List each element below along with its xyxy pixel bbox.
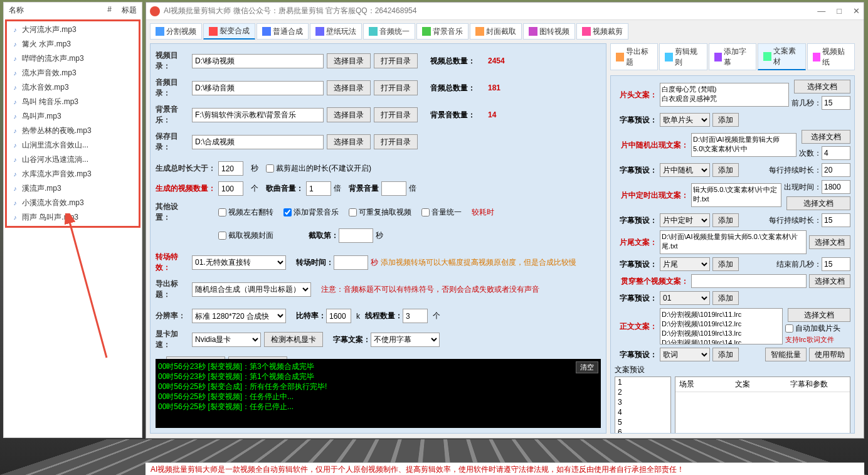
file-item[interactable]: ♪溪流声.mp3: [8, 181, 137, 196]
cropcover-check[interactable]: 截取视频封面: [218, 230, 273, 241]
dedup-check[interactable]: 可重复抽取视频: [349, 207, 411, 218]
song-vol-input[interactable]: [306, 181, 331, 196]
tab-crack-merge[interactable]: 裂变合成: [203, 23, 255, 40]
subpre6-select[interactable]: 歌词: [660, 348, 710, 361]
audio-dir-open[interactable]: 打开目录: [374, 80, 418, 95]
bgm-dir-select[interactable]: 选择目录: [327, 107, 371, 122]
rtab-edit-rules[interactable]: 剪辑规则: [659, 43, 707, 70]
volunify-check[interactable]: 音量统一: [421, 207, 462, 218]
perdur1-input[interactable]: [822, 163, 850, 177]
audio-dir-input[interactable]: [192, 81, 324, 95]
head-selectdoc-button[interactable]: 选择文档: [794, 80, 850, 93]
bitrate-input[interactable]: [326, 309, 351, 323]
clear-log-button[interactable]: 清空: [576, 361, 598, 373]
gpu-select[interactable]: Nvidia显卡: [192, 333, 261, 347]
autoload-check[interactable]: 自动加载片头: [785, 323, 840, 334]
perdur2-input[interactable]: [822, 213, 850, 227]
rtab-export-title[interactable]: 导出标题: [610, 43, 658, 70]
subpre5-select[interactable]: 01: [660, 291, 710, 305]
file-item[interactable]: ♪水库流水声音效.mp3: [8, 167, 137, 181]
file-item[interactable]: ♪小溪流水音效.mp3: [8, 196, 137, 210]
col-title[interactable]: 标题: [122, 5, 137, 16]
maximize-button[interactable]: □: [837, 6, 842, 16]
subpre3-select[interactable]: 片中定时: [660, 213, 710, 227]
tab-normal-merge[interactable]: 普通合成: [257, 23, 309, 40]
tail-selectdoc[interactable]: 选择文档: [809, 235, 850, 249]
gpu-check-button[interactable]: 检测本机显卡: [264, 332, 323, 347]
midrand-selectdoc[interactable]: 选择文档: [802, 130, 850, 144]
midfix-selectdoc[interactable]: 选择文档: [786, 196, 850, 210]
add2-button[interactable]: 添加: [712, 163, 739, 177]
minimize-button[interactable]: —: [817, 6, 825, 16]
tail-input[interactable]: D:\封面\AI视频批量剪辑大师5.0.\文案素材\片尾.txt: [660, 230, 807, 254]
video-dir-input[interactable]: [192, 54, 324, 68]
help-button[interactable]: 使用帮助: [809, 348, 850, 361]
tab-split[interactable]: 分割视频: [150, 23, 202, 40]
tab-wallpaper[interactable]: 壁纸玩法: [310, 23, 362, 40]
file-item[interactable]: ♪山涧里流水音效山...: [8, 138, 137, 152]
whole-input[interactable]: [691, 274, 807, 288]
gen-count-input[interactable]: [218, 181, 243, 196]
file-item[interactable]: ♪鸟叫 纯音乐.mp3: [8, 95, 137, 109]
bg-vol-input[interactable]: [381, 181, 406, 196]
add5-button[interactable]: 添加: [712, 291, 739, 305]
rtab-add-sub[interactable]: 添加字幕: [709, 43, 756, 70]
midrand-count[interactable]: [822, 146, 850, 160]
save-dir-input[interactable]: [192, 135, 324, 149]
body-input[interactable]: D:\分割视频\1019lrc\11.lrc D:\分割视频\1019lrc\1…: [660, 308, 783, 344]
endpre-input[interactable]: [822, 257, 850, 271]
tab-cover[interactable]: 封面截取: [470, 23, 522, 40]
addbgm-check[interactable]: 添加背景音乐: [283, 207, 339, 218]
midrand-input[interactable]: D:\封面\AI视频批量剪辑大师5.0\文案素材\片中: [691, 133, 797, 157]
appear-input[interactable]: [822, 180, 850, 194]
midfix-input[interactable]: 辑大师5.0.\文案素材\片中定时.txt: [691, 183, 781, 207]
file-item[interactable]: ♪热带丛林的夜晚.mp3: [8, 124, 137, 138]
flip-check[interactable]: 视频左右翻转: [218, 207, 273, 218]
duration-input[interactable]: [218, 161, 243, 176]
export-select[interactable]: 随机组合生成（调用导出标题）: [192, 282, 311, 297]
col-name[interactable]: 名称: [9, 5, 107, 16]
head-text-input[interactable]: 白度母心咒 (梵唱) 白衣观音灵感神咒: [660, 83, 789, 107]
tab-crop[interactable]: 视频裁剪: [576, 23, 628, 40]
file-item[interactable]: ♪大河流水声.mp3: [8, 23, 137, 37]
cropframe-input[interactable]: [339, 228, 373, 243]
file-item[interactable]: ♪鸟叫声.mp3: [8, 109, 137, 124]
bgm-dir-open[interactable]: 打开目录: [374, 107, 418, 122]
save-dir-select[interactable]: 选择目录: [327, 134, 371, 149]
transtime-input[interactable]: [334, 255, 368, 270]
rtab-sticker[interactable]: 视频贴纸: [807, 43, 855, 70]
whole-selectdoc[interactable]: 选择文档: [809, 274, 850, 288]
subpre4-select[interactable]: 片尾: [660, 257, 710, 271]
subtitle-select[interactable]: 不使用字幕: [371, 333, 440, 347]
rtab-text-material[interactable]: 文案素材: [758, 43, 805, 70]
file-item[interactable]: ♪篝火 水声.mp3: [8, 37, 137, 51]
bgm-dir-input[interactable]: [192, 108, 324, 122]
thread-input[interactable]: [403, 309, 428, 323]
trans-select[interactable]: 01.无特效直接转: [192, 255, 286, 270]
body-selectdoc[interactable]: 选择文档: [788, 308, 850, 322]
video-dir-select[interactable]: 选择目录: [327, 53, 371, 68]
col-hash[interactable]: #: [107, 5, 112, 16]
crop-extra-check[interactable]: 裁剪超出的时长(不建议开启): [266, 163, 371, 174]
video-dir-open[interactable]: 打开目录: [374, 53, 418, 68]
save-dir-open[interactable]: 打开目录: [374, 134, 418, 149]
tab-audio-unify[interactable]: 音频统一: [363, 23, 415, 40]
tab-img2vid[interactable]: 图转视频: [523, 23, 575, 40]
presec-input[interactable]: [822, 96, 850, 110]
add1-button[interactable]: 添加: [712, 113, 739, 127]
subpre1-select[interactable]: 歌单片头: [660, 113, 710, 127]
preset-list[interactable]: 123456: [615, 376, 671, 434]
file-item[interactable]: ♪流水音效.mp3: [8, 80, 137, 95]
add6-button[interactable]: 添加: [712, 348, 739, 361]
close-button[interactable]: ✕: [853, 6, 860, 16]
audio-dir-select[interactable]: 选择目录: [327, 80, 371, 95]
add3-button[interactable]: 添加: [712, 213, 739, 227]
file-item[interactable]: ♪流水声音效.mp3: [8, 66, 137, 80]
add4-button[interactable]: 添加: [712, 257, 739, 271]
subpre2-select[interactable]: 片中随机: [660, 163, 710, 177]
res-select[interactable]: 标准 1280*720 合成快: [192, 309, 286, 323]
smart-button[interactable]: 智能批量: [765, 348, 807, 361]
tab-bgm[interactable]: 背景音乐: [416, 23, 468, 40]
file-item[interactable]: ♪哔哔的流水声.mp3: [8, 51, 137, 66]
file-item[interactable]: ♪山谷河水迅速流淌...: [8, 152, 137, 167]
